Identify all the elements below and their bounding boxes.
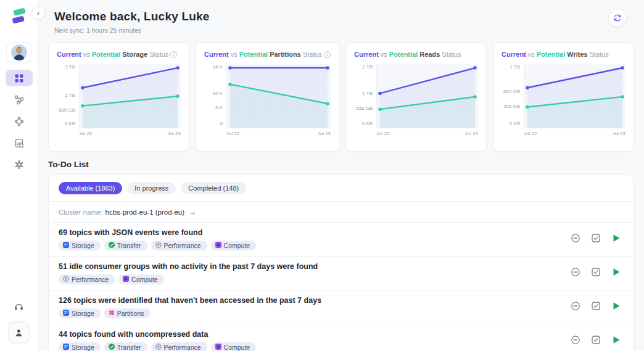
avatar[interactable] [6,42,32,62]
run-button[interactable] [609,232,624,247]
y-axis-labels: 3 TB2 TB885 GB0 KB [57,64,79,128]
chart-plot-area [79,64,181,128]
legend-status: Status [149,51,168,58]
tag-performance: Performance [151,241,207,250]
chart-metric: Writes [567,51,587,58]
sidebar-item-topology[interactable] [6,91,33,108]
chart-card-partitions: CurrentvsPotentialPartitionsStatusi18 K1… [196,42,339,152]
tab-in-progress[interactable]: In progress [127,182,176,194]
legend-current: Current [57,51,81,58]
data-point [81,86,84,89]
tag-compute: Compute [118,275,164,284]
complete-button[interactable] [588,300,603,315]
x-axis-labels: Jul 22Jul 23 [226,131,331,136]
chart-card-storage: CurrentvsPotentialStorageStatusi3 TB2 TB… [48,42,189,152]
chart-card-reads: CurrentvsPotentialReadsStatus2 TB1 TB558… [345,42,487,152]
tag-partitions: Partitions [104,308,151,318]
sidebar-item-connections[interactable] [6,113,33,130]
sidebar-item-dashboard[interactable] [6,70,33,86]
snooze-button[interactable] [568,300,583,315]
y-tick-label: 652 GB [503,89,520,94]
page-header: Welcome back, Lucky Luke Next sync: 1 ho… [38,0,644,34]
data-point [474,66,477,69]
gear-icon [14,160,24,170]
todo-item-body: 69 topics with JSON events were foundSto… [59,228,256,250]
x-tick-label: Jul 22 [79,131,92,136]
tag-label: Compute [224,344,250,351]
tag-label: Performance [72,276,109,283]
chart-plot-area [376,64,478,128]
todo-item-actions [568,232,624,247]
tag-storage: Storage [59,308,101,318]
tab-completed-148[interactable]: Completed (148) [181,182,246,194]
support-button[interactable] [14,302,23,314]
cluster-name-label: Cluster name: [59,209,103,216]
x-tick-label: Jul 23 [613,131,625,136]
tab-available-1863[interactable]: Available (1863) [59,182,122,194]
y-tick-label: 2 TB [362,64,373,70]
y-axis-labels: 18 K10 K5 K0 [204,64,226,128]
todo-item: 126 topics were identified that haven't … [49,291,634,324]
snooze-button[interactable] [568,266,583,281]
run-button[interactable] [609,266,624,281]
complete-button[interactable] [588,232,603,247]
sidebar-item-settings[interactable] [6,156,33,173]
sync-refresh-button[interactable] [608,9,627,27]
run-button[interactable] [609,300,624,315]
compute-icon [123,276,129,283]
complete-icon [591,233,601,246]
todo-item: 69 topics with JSON events were foundSto… [49,223,634,257]
tag-label: Partitions [117,310,144,317]
sidebar-item-reports[interactable] [6,134,33,151]
todo-item-title: 44 topics found with uncompressed data [59,330,256,339]
info-icon[interactable]: i [170,51,177,58]
snooze-icon [571,267,580,279]
performance-icon [155,344,162,351]
data-point [228,83,231,86]
tag-compute: Compute [211,342,257,351]
todo-item-actions [568,266,624,281]
y-tick-label: 5 K [215,105,223,110]
y-tick-label: 10 K [213,91,223,96]
data-point [176,94,179,97]
chart-cards-row: CurrentvsPotentialStorageStatusi3 TB2 TB… [38,34,644,152]
cluster-open-arrow[interactable]: → [188,207,196,217]
run-icon [611,335,621,347]
app-logo-icon [8,6,30,27]
run-button[interactable] [609,334,624,349]
performance-icon [155,242,162,249]
tag-label: Storage [72,242,94,249]
storage-icon [63,242,69,249]
profile-button[interactable] [8,321,30,344]
tag-label: Storage [72,344,94,351]
todo-item-body: 126 topics were identified that haven't … [59,296,321,318]
nodes-icon [14,117,24,126]
tag-label: Storage [72,310,94,317]
run-icon [611,267,621,279]
complete-button[interactable] [588,266,603,281]
snooze-icon [571,335,580,347]
x-axis-labels: Jul 22Jul 23 [376,131,478,136]
snooze-button[interactable] [568,232,583,247]
user-icon [14,328,23,337]
chart-title: CurrentvsPotentialPartitionsStatusi [204,51,331,58]
info-icon[interactable]: i [324,51,331,58]
x-axis-labels: Jul 22Jul 23 [524,131,625,136]
sidebar-collapse-button[interactable]: › [31,6,45,20]
snooze-button[interactable] [568,334,583,349]
y-tick-label: 0 KB [65,121,75,126]
tag-label: Transfer [117,344,141,351]
y-axis-labels: 2 TB1 TB558 GB0 KB [354,64,376,128]
main-content: Welcome back, Lucky Luke Next sync: 1 ho… [38,0,644,351]
data-point [621,95,624,98]
storage-icon [63,344,69,351]
partitions-icon [109,310,115,317]
legend-potential: Potential [92,51,120,58]
y-tick-label: 18 K [213,64,223,70]
y-tick-label: 885 GB [59,107,75,113]
complete-button[interactable] [588,334,603,349]
headset-icon [14,302,23,312]
chart-metric: Reads [419,51,440,58]
data-point [474,95,477,98]
todo-item-title: 51 idle consumer groups with no activity… [59,262,318,271]
